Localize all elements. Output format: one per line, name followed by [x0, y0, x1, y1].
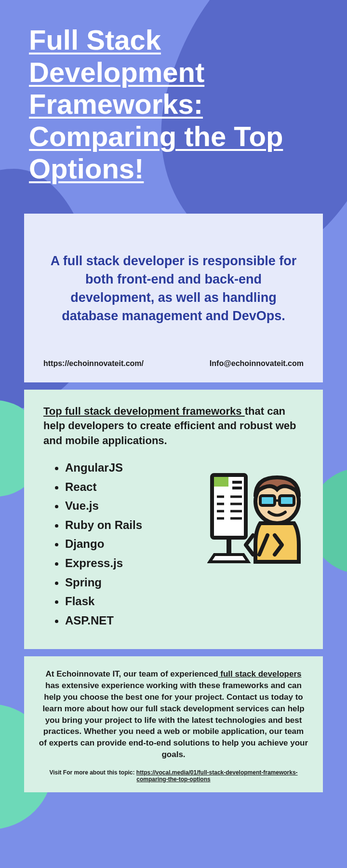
footer-text: Visit For more about this topic: https:/…	[39, 769, 308, 783]
svg-rect-15	[280, 496, 294, 505]
list-item: Django	[65, 534, 198, 554]
frameworks-card: Top full stack development frameworks th…	[24, 390, 323, 650]
intro-card: A full stack developer is responsible fo…	[24, 214, 323, 382]
list-item: Flask	[65, 592, 198, 611]
list-item: Vue.js	[65, 496, 198, 515]
page-title: Full Stack Development Frameworks: Compa…	[0, 0, 347, 185]
list-item: AngularJS	[65, 458, 198, 477]
list-item: ASP.NET	[65, 611, 198, 630]
developer-icon	[207, 468, 304, 574]
footer-link[interactable]: https://vocal.media/01/full-stack-develo…	[136, 769, 298, 783]
intro-text: A full stack developer is responsible fo…	[43, 252, 304, 325]
svg-rect-1	[214, 477, 228, 487]
website-link[interactable]: https://echoinnovateit.com/	[43, 359, 144, 368]
cta-post: has extensive experience working with th…	[39, 681, 308, 759]
svg-rect-14	[260, 496, 275, 505]
cta-pre: At Echoinnovate IT, our team of experien…	[46, 669, 218, 678]
cta-text: At Echoinnovate IT, our team of experien…	[39, 668, 308, 760]
list-item: React	[65, 477, 198, 497]
frameworks-list: AngularJS React Vue.js Ruby on Rails Dja…	[43, 458, 198, 630]
frameworks-heading: Top full stack development frameworks th…	[43, 404, 304, 448]
list-item: Ruby on Rails	[65, 515, 198, 535]
footer-label: Visit For more about this topic:	[49, 769, 136, 776]
heading-underlined: Top full stack development frameworks	[43, 405, 245, 417]
cta-card: At Echoinnovate IT, our team of experien…	[24, 656, 323, 792]
cta-link[interactable]: full stack developers	[218, 669, 302, 678]
email-link[interactable]: Info@echoinnovateit.com	[210, 359, 304, 368]
list-item: Express.js	[65, 554, 198, 573]
list-item: Spring	[65, 573, 198, 592]
svg-rect-12	[227, 538, 231, 555]
contact-row: https://echoinnovateit.com/ Info@echoinn…	[43, 359, 304, 368]
